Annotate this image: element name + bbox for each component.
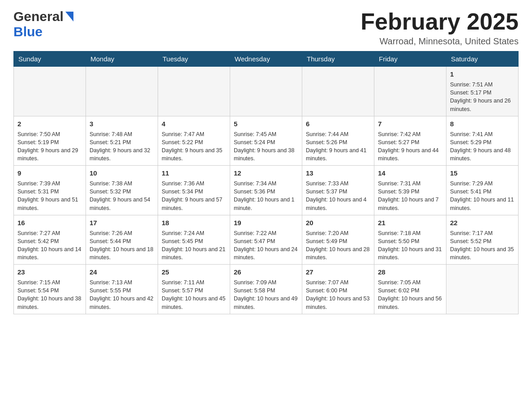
month-title: February 2025 xyxy=(360,9,519,34)
calendar-day-header: Friday xyxy=(374,51,446,67)
day-info: Sunrise: 7:48 AMSunset: 5:21 PMDaylight:… xyxy=(90,130,154,163)
day-info: Sunrise: 7:50 AMSunset: 5:19 PMDaylight:… xyxy=(17,130,82,163)
calendar-day-header: Sunday xyxy=(14,51,86,67)
day-info: Sunrise: 7:39 AMSunset: 5:31 PMDaylight:… xyxy=(17,180,82,212)
calendar-cell: 28Sunrise: 7:05 AMSunset: 6:02 PMDayligh… xyxy=(374,265,446,314)
calendar-cell: 23Sunrise: 7:15 AMSunset: 5:54 PMDayligh… xyxy=(14,265,86,314)
calendar-cell xyxy=(86,67,158,116)
day-number: 2 xyxy=(17,119,82,128)
day-number: 4 xyxy=(162,119,226,128)
calendar-cell: 27Sunrise: 7:07 AMSunset: 6:00 PMDayligh… xyxy=(302,265,374,314)
day-number: 26 xyxy=(234,267,298,277)
day-info: Sunrise: 7:45 AMSunset: 5:24 PMDaylight:… xyxy=(234,130,298,163)
calendar-table: SundayMondayTuesdayWednesdayThursdayFrid… xyxy=(13,51,519,314)
day-number: 12 xyxy=(234,168,298,178)
calendar-header-row: SundayMondayTuesdayWednesdayThursdayFrid… xyxy=(14,51,519,67)
calendar-cell: 15Sunrise: 7:29 AMSunset: 5:41 PMDayligh… xyxy=(446,166,519,215)
calendar-day-header: Saturday xyxy=(446,51,519,67)
day-info: Sunrise: 7:17 AMSunset: 5:52 PMDaylight:… xyxy=(450,229,515,262)
calendar-cell: 1Sunrise: 7:51 AMSunset: 5:17 PMDaylight… xyxy=(446,67,519,116)
calendar-cell: 5Sunrise: 7:45 AMSunset: 5:24 PMDaylight… xyxy=(230,116,302,166)
day-number: 19 xyxy=(234,218,298,227)
calendar-week-row: 2Sunrise: 7:50 AMSunset: 5:19 PMDaylight… xyxy=(14,116,519,166)
calendar-cell: 3Sunrise: 7:48 AMSunset: 5:21 PMDaylight… xyxy=(86,116,158,166)
day-info: Sunrise: 7:33 AMSunset: 5:37 PMDaylight:… xyxy=(306,180,370,212)
calendar-day-header: Wednesday xyxy=(230,51,302,67)
day-number: 15 xyxy=(450,168,515,178)
day-info: Sunrise: 7:22 AMSunset: 5:47 PMDaylight:… xyxy=(234,229,298,262)
calendar-cell xyxy=(302,67,374,116)
day-number: 9 xyxy=(17,168,82,178)
title-area: February 2025 Warroad, Minnesota, United… xyxy=(360,9,519,47)
day-number: 14 xyxy=(378,168,442,178)
calendar-cell: 9Sunrise: 7:39 AMSunset: 5:31 PMDaylight… xyxy=(14,166,86,215)
calendar-cell: 18Sunrise: 7:24 AMSunset: 5:45 PMDayligh… xyxy=(158,215,230,265)
calendar-day-header: Thursday xyxy=(302,51,374,67)
calendar-cell: 11Sunrise: 7:36 AMSunset: 5:34 PMDayligh… xyxy=(158,166,230,215)
day-number: 27 xyxy=(306,267,370,277)
day-info: Sunrise: 7:20 AMSunset: 5:49 PMDaylight:… xyxy=(306,229,370,262)
day-info: Sunrise: 7:44 AMSunset: 5:26 PMDaylight:… xyxy=(306,130,370,163)
logo: General Blue xyxy=(13,9,73,39)
calendar-cell: 25Sunrise: 7:11 AMSunset: 5:57 PMDayligh… xyxy=(158,265,230,314)
day-info: Sunrise: 7:27 AMSunset: 5:42 PMDaylight:… xyxy=(17,229,82,262)
day-info: Sunrise: 7:26 AMSunset: 5:44 PMDaylight:… xyxy=(90,229,154,262)
calendar-cell: 14Sunrise: 7:31 AMSunset: 5:39 PMDayligh… xyxy=(374,166,446,215)
day-number: 3 xyxy=(90,119,154,128)
day-number: 28 xyxy=(378,267,442,277)
calendar-day-header: Monday xyxy=(86,51,158,67)
calendar-cell: 13Sunrise: 7:33 AMSunset: 5:37 PMDayligh… xyxy=(302,166,374,215)
calendar-cell: 16Sunrise: 7:27 AMSunset: 5:42 PMDayligh… xyxy=(14,215,86,265)
page-header: General Blue February 2025 Warroad, Minn… xyxy=(13,9,519,47)
calendar-cell: 24Sunrise: 7:13 AMSunset: 5:55 PMDayligh… xyxy=(86,265,158,314)
day-info: Sunrise: 7:42 AMSunset: 5:27 PMDaylight:… xyxy=(378,130,442,163)
calendar-week-row: 1Sunrise: 7:51 AMSunset: 5:17 PMDaylight… xyxy=(14,67,519,116)
day-number: 11 xyxy=(162,168,226,178)
day-number: 25 xyxy=(162,267,226,277)
calendar-cell xyxy=(374,67,446,116)
logo-general-text: General xyxy=(13,9,64,24)
day-number: 18 xyxy=(162,218,226,227)
day-info: Sunrise: 7:41 AMSunset: 5:29 PMDaylight:… xyxy=(450,130,515,163)
day-number: 20 xyxy=(306,218,370,227)
day-number: 16 xyxy=(17,218,82,227)
day-number: 8 xyxy=(450,119,515,128)
calendar-cell: 17Sunrise: 7:26 AMSunset: 5:44 PMDayligh… xyxy=(86,215,158,265)
location-subtitle: Warroad, Minnesota, United States xyxy=(360,36,519,47)
calendar-cell xyxy=(14,67,86,116)
day-info: Sunrise: 7:24 AMSunset: 5:45 PMDaylight:… xyxy=(162,229,226,262)
day-number: 13 xyxy=(306,168,370,178)
calendar-week-row: 9Sunrise: 7:39 AMSunset: 5:31 PMDaylight… xyxy=(14,166,519,215)
day-info: Sunrise: 7:07 AMSunset: 6:00 PMDaylight:… xyxy=(306,278,370,311)
day-info: Sunrise: 7:51 AMSunset: 5:17 PMDaylight:… xyxy=(450,81,515,113)
day-number: 6 xyxy=(306,119,370,128)
calendar-cell xyxy=(230,67,302,116)
calendar-cell: 20Sunrise: 7:20 AMSunset: 5:49 PMDayligh… xyxy=(302,215,374,265)
calendar-week-row: 23Sunrise: 7:15 AMSunset: 5:54 PMDayligh… xyxy=(14,265,519,314)
calendar-cell: 8Sunrise: 7:41 AMSunset: 5:29 PMDaylight… xyxy=(446,116,519,166)
day-number: 7 xyxy=(378,119,442,128)
svg-marker-0 xyxy=(65,12,73,21)
logo-arrow-icon xyxy=(64,12,73,21)
calendar-cell: 26Sunrise: 7:09 AMSunset: 5:58 PMDayligh… xyxy=(230,265,302,314)
day-info: Sunrise: 7:31 AMSunset: 5:39 PMDaylight:… xyxy=(378,180,442,212)
calendar-week-row: 16Sunrise: 7:27 AMSunset: 5:42 PMDayligh… xyxy=(14,215,519,265)
logo-blue-text: Blue xyxy=(13,24,43,39)
day-info: Sunrise: 7:18 AMSunset: 5:50 PMDaylight:… xyxy=(378,229,442,262)
day-number: 17 xyxy=(90,218,154,227)
calendar-cell: 2Sunrise: 7:50 AMSunset: 5:19 PMDaylight… xyxy=(14,116,86,166)
day-info: Sunrise: 7:38 AMSunset: 5:32 PMDaylight:… xyxy=(90,180,154,212)
day-info: Sunrise: 7:05 AMSunset: 6:02 PMDaylight:… xyxy=(378,278,442,311)
day-info: Sunrise: 7:29 AMSunset: 5:41 PMDaylight:… xyxy=(450,180,515,212)
calendar-cell: 6Sunrise: 7:44 AMSunset: 5:26 PMDaylight… xyxy=(302,116,374,166)
calendar-cell: 7Sunrise: 7:42 AMSunset: 5:27 PMDaylight… xyxy=(374,116,446,166)
day-number: 1 xyxy=(450,69,515,79)
calendar-cell: 19Sunrise: 7:22 AMSunset: 5:47 PMDayligh… xyxy=(230,215,302,265)
day-number: 24 xyxy=(90,267,154,277)
day-info: Sunrise: 7:11 AMSunset: 5:57 PMDaylight:… xyxy=(162,278,226,311)
calendar-cell: 10Sunrise: 7:38 AMSunset: 5:32 PMDayligh… xyxy=(86,166,158,215)
day-info: Sunrise: 7:13 AMSunset: 5:55 PMDaylight:… xyxy=(90,278,154,311)
calendar-cell: 22Sunrise: 7:17 AMSunset: 5:52 PMDayligh… xyxy=(446,215,519,265)
calendar-cell: 4Sunrise: 7:47 AMSunset: 5:22 PMDaylight… xyxy=(158,116,230,166)
day-info: Sunrise: 7:15 AMSunset: 5:54 PMDaylight:… xyxy=(17,278,82,311)
